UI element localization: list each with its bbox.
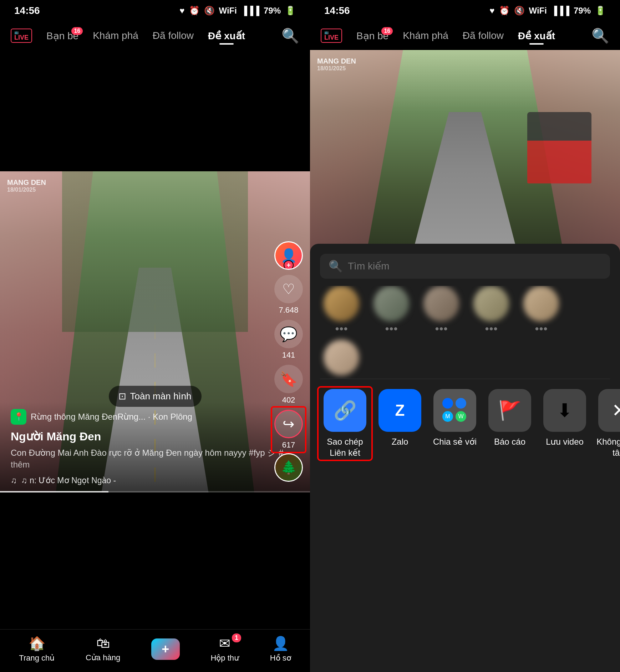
- comment-count: 141: [282, 350, 295, 360]
- contact-item-5[interactable]: ●●●: [520, 286, 563, 333]
- contact-item-2[interactable]: ●●●: [370, 286, 413, 333]
- location-text: Rừng thông Măng ĐenRừng... · Kon Plông: [31, 412, 192, 422]
- video-description: Con Đường Mai Anh Đào rực rỡ ở Măng Đen …: [11, 447, 299, 471]
- status-bar-left: 14:56 ♥ ⏰ 🔇 WiFi ▐▐▐ 79% 🔋: [0, 0, 310, 21]
- inbox-badge: 1: [232, 633, 241, 642]
- fullscreen-icon: ⊡: [118, 391, 126, 402]
- search-btn-right[interactable]: 🔍: [591, 27, 609, 44]
- save-video-icon: ⬇: [543, 389, 586, 432]
- video-desc-text: Con Đường Mai Anh Đào rực rỡ ở Măng Đen …: [11, 448, 290, 458]
- contact-item-4[interactable]: ●●●: [470, 286, 513, 333]
- mute-icon-r: 🔇: [514, 6, 525, 16]
- share-btn[interactable]: ↪ 617: [274, 410, 303, 450]
- like-icon: ♡: [274, 275, 303, 303]
- live-badge-right[interactable]: 📺 LIVE: [321, 29, 342, 43]
- action-report[interactable]: 🚩 Báo cáo: [485, 389, 535, 458]
- report-label: Báo cáo: [494, 436, 525, 447]
- save-count: 402: [282, 395, 295, 405]
- share-search-input[interactable]: [348, 261, 601, 272]
- friends-badge-left: 16: [71, 27, 83, 35]
- action-not-interested[interactable]: ✕ Không quantâm: [595, 389, 620, 458]
- video-progress-bar[interactable]: [0, 491, 310, 492]
- friends-badge-right: 16: [381, 27, 393, 35]
- nav-following-label-left: Đã follow: [153, 30, 194, 41]
- share-icon: ↪: [274, 410, 303, 438]
- comment-btn[interactable]: 💬 141: [274, 320, 303, 360]
- share-count: 617: [282, 440, 295, 450]
- search-btn-left[interactable]: 🔍: [281, 27, 299, 44]
- video-title: Người Măng Đen: [11, 430, 299, 443]
- watermark-right: MANG DEN 18/01/2025: [317, 57, 356, 72]
- action-zalo[interactable]: Z Zalo: [375, 389, 425, 458]
- time-left: 14:56: [14, 5, 40, 16]
- live-badge-left[interactable]: 📺 LIVE: [11, 29, 32, 43]
- bottom-nav-left: 🏠 Trang chủ 🛍 Cửa hàng + ✉ Hộp thư 1 👤 H…: [0, 629, 310, 672]
- share-with-label: Chia sẻ với: [433, 436, 477, 447]
- contact-item-6[interactable]: ●●●: [320, 340, 363, 379]
- bottom-nav-shop[interactable]: 🛍 Cửa hàng: [86, 636, 120, 662]
- copy-link-icon: 🔗: [324, 389, 366, 432]
- action-share-with[interactable]: M W Chia sẻ với: [430, 389, 480, 458]
- location-bar: 📍 Rừng thông Măng ĐenRừng... · Kon Plông: [11, 409, 299, 425]
- search-icon-share: 🔍: [329, 259, 343, 273]
- share-with-icon: M W: [433, 389, 476, 432]
- report-icon: 🚩: [488, 389, 531, 432]
- inbox-label: Hộp thư: [210, 653, 239, 663]
- copy-link-label: Sao chépLiên kết: [327, 436, 363, 458]
- zalo-label: Zalo: [392, 436, 408, 447]
- time-right: 14:56: [324, 5, 350, 16]
- nav-explore-left[interactable]: Khám phá: [86, 30, 146, 41]
- inbox-icon: ✉: [219, 636, 230, 651]
- bottom-nav-profile[interactable]: 👤 Hồ sơ: [270, 636, 291, 663]
- like-btn[interactable]: ♡ 7.648: [274, 275, 303, 315]
- status-icons-right: ♥ ⏰ 🔇 WiFi ▐▐▐ 79% 🔋: [489, 6, 606, 16]
- nav-explore-label-left: Khám phá: [93, 30, 138, 41]
- contact-item-3[interactable]: ●●●: [420, 286, 463, 333]
- bookmark-icon: 🔖: [274, 365, 303, 393]
- bottom-nav-add[interactable]: +: [151, 638, 180, 660]
- wifi-icon-r: WiFi: [529, 6, 547, 16]
- battery-left: 79%: [264, 6, 281, 16]
- alarm-icon: ⏰: [189, 6, 200, 16]
- nav-recommend-left[interactable]: Đề xuất: [201, 30, 252, 42]
- nav-explore-right[interactable]: Khám phá: [396, 30, 456, 41]
- video-area-right: MANG DEN 18/01/2025: [310, 50, 620, 257]
- action-save-video[interactable]: ⬇ Lưu video: [540, 389, 590, 458]
- not-interested-icon: ✕: [598, 389, 620, 432]
- nav-recommend-label-right: Đề xuất: [518, 30, 555, 41]
- creator-avatar[interactable]: 👤 +: [274, 241, 303, 270]
- wifi-icon: WiFi: [219, 6, 237, 16]
- nav-following-label-right: Đã follow: [463, 30, 504, 41]
- nav-friends-left[interactable]: Bạn bè 16: [39, 30, 86, 42]
- battery-icon-r: 🔋: [595, 6, 606, 16]
- nav-friends-right[interactable]: Bạn bè 16: [349, 30, 396, 42]
- music-text: ♫ n: Ước Mơ Ngọt Ngào -: [21, 476, 116, 485]
- bottom-avatar[interactable]: 🌲: [274, 453, 303, 482]
- add-content-btn[interactable]: +: [151, 638, 180, 660]
- nav-recommend-right[interactable]: Đề xuất: [511, 30, 562, 42]
- shop-icon: 🛍: [96, 636, 110, 651]
- avatar-follow[interactable]: 👤 +: [274, 241, 303, 270]
- contact-item-1[interactable]: ●●●: [320, 286, 363, 333]
- video-more-link[interactable]: thêm: [11, 460, 30, 469]
- share-search-bar[interactable]: 🔍: [320, 254, 610, 279]
- status-bar-right: 14:56 ♥ ⏰ 🔇 WiFi ▐▐▐ 79% 🔋: [310, 0, 620, 21]
- follow-plus-badge: +: [284, 260, 294, 270]
- nav-following-left[interactable]: Đã follow: [146, 30, 201, 41]
- contact-grid: ●●● ●●● ●●● ●●● ●●● ●●●: [310, 286, 620, 379]
- battery-right: 79%: [574, 6, 591, 16]
- alarm-icon-r: ⏰: [499, 6, 510, 16]
- action-copy-link[interactable]: 🔗 Sao chépLiên kết: [320, 389, 370, 458]
- bottom-nav-home[interactable]: 🏠 Trang chủ: [19, 636, 55, 663]
- home-label: Trang chủ: [19, 653, 55, 663]
- top-nav-right: 📺 LIVE Bạn bè 16 Khám phá Đã follow Đề x…: [310, 21, 620, 50]
- like-count: 7.648: [279, 305, 298, 315]
- nav-following-right[interactable]: Đã follow: [456, 30, 511, 41]
- save-btn[interactable]: 🔖 402: [274, 365, 303, 405]
- zalo-icon: Z: [378, 389, 421, 432]
- bottom-nav-inbox[interactable]: ✉ Hộp thư 1: [210, 636, 239, 663]
- share-panel: 🔍 ●●● ●●● ●●● ●●● ●●●: [310, 244, 620, 672]
- signal-icon-r: ▐▐▐: [551, 6, 569, 16]
- heart-icon-r: ♥: [489, 6, 494, 16]
- battery-icon: 🔋: [285, 6, 296, 16]
